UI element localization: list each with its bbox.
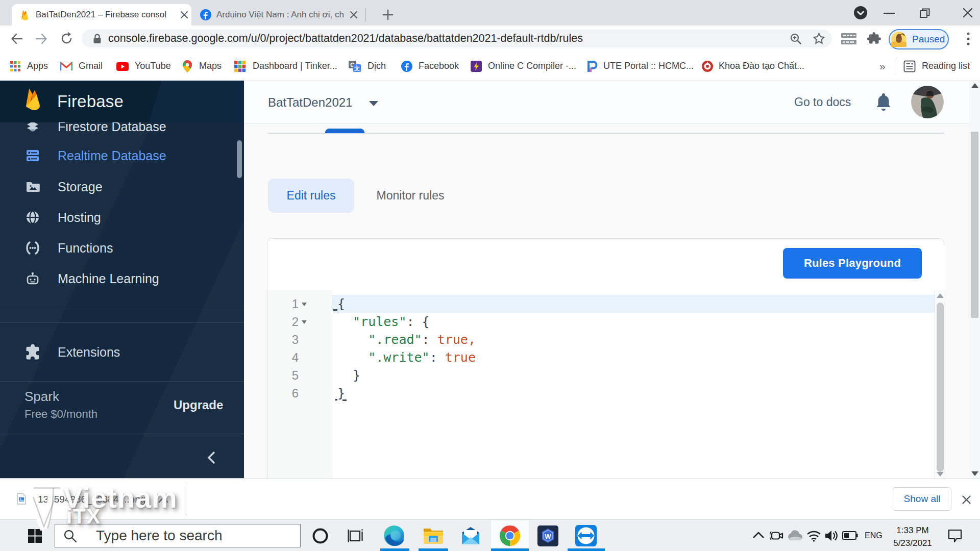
window-close-button[interactable] bbox=[962, 7, 973, 18]
sidebar-collapse-button[interactable] bbox=[206, 451, 218, 464]
tab-close-icon[interactable] bbox=[349, 10, 359, 20]
monitor-rules-tab[interactable]: Monitor rules bbox=[370, 179, 451, 213]
new-tab-button[interactable] bbox=[381, 8, 395, 22]
sidebar-item-machine-learning[interactable]: Machine Learning bbox=[0, 264, 234, 293]
notifications-bell-icon[interactable] bbox=[874, 92, 893, 112]
tab-search-button[interactable] bbox=[853, 6, 868, 20]
sidebar-item-functions[interactable]: Functions bbox=[0, 233, 234, 263]
edge-running-indicator bbox=[380, 548, 409, 551]
scroll-down-arrow-icon[interactable] bbox=[937, 472, 944, 477]
svg-text:文: 文 bbox=[354, 65, 360, 71]
storage-icon bbox=[26, 180, 40, 194]
profile-chip[interactable]: Paused bbox=[889, 29, 949, 49]
show-all-button[interactable]: Show all bbox=[893, 487, 951, 511]
page-scrollbar-thumb[interactable] bbox=[971, 132, 978, 318]
taskbar-search-box[interactable] bbox=[55, 524, 301, 547]
window-restore-button[interactable] bbox=[919, 8, 930, 19]
task-view-icon[interactable] bbox=[348, 529, 364, 544]
tab-arduino[interactable]: Arduino Việt Nam : Anh chị ơi, ch bbox=[195, 4, 364, 26]
language-indicator[interactable]: ENG bbox=[865, 531, 883, 540]
tinkercad-icon bbox=[234, 61, 246, 72]
fold-caret-icon[interactable] bbox=[301, 295, 307, 313]
project-name[interactable]: BatTatDen2021 bbox=[268, 81, 352, 124]
bookmarks-overflow-chevron[interactable]: » bbox=[879, 52, 886, 81]
sidebar-item-extensions[interactable]: Extensions bbox=[0, 337, 234, 367]
back-icon[interactable] bbox=[10, 32, 23, 45]
screen: BatTatDen2021 – Firebase consol Arduino … bbox=[0, 0, 980, 551]
reload-icon[interactable] bbox=[60, 32, 74, 45]
firebase-sidebar: Firestore Database Realtime Database bbox=[0, 81, 244, 478]
speaker-icon[interactable] bbox=[824, 529, 840, 542]
scroll-down-arrow-icon[interactable] bbox=[971, 471, 978, 476]
wps-office-icon[interactable]: W bbox=[537, 525, 558, 546]
tab-firebase[interactable]: BatTatDen2021 – Firebase consol bbox=[12, 4, 191, 26]
project-dropdown-caret-icon[interactable] bbox=[368, 101, 379, 107]
tab-title: BatTatDen2021 – Firebase consol bbox=[36, 4, 173, 26]
matching-bracket-mark bbox=[342, 399, 347, 401]
editor-scrollbar[interactable] bbox=[935, 290, 944, 479]
extensions-puzzle-icon[interactable] bbox=[867, 32, 881, 45]
sidebar-item-hosting[interactable]: Hosting bbox=[0, 203, 234, 232]
svg-text:W: W bbox=[545, 533, 551, 540]
edge-icon[interactable] bbox=[383, 525, 405, 546]
tab-separator bbox=[365, 8, 365, 21]
apps-grid-icon bbox=[10, 61, 20, 71]
code-line-2: "rules": { bbox=[337, 313, 430, 331]
khoa-emblem-icon bbox=[702, 61, 713, 72]
plan-name: Spark bbox=[24, 389, 59, 405]
url-text[interactable]: console.firebase.google.com/u/0/project/… bbox=[108, 30, 583, 47]
line-number: 6 bbox=[267, 384, 299, 402]
account-avatar[interactable] bbox=[911, 86, 944, 118]
scroll-up-arrow-icon[interactable] bbox=[937, 293, 944, 298]
extensions-label: Extensions bbox=[58, 337, 120, 367]
taskbar-search-input[interactable] bbox=[96, 524, 295, 547]
fold-caret-icon[interactable] bbox=[301, 313, 307, 331]
code-line-3: ".read": true, bbox=[337, 331, 476, 348]
sidebar-scrollbar-thumb[interactable] bbox=[237, 140, 242, 178]
edit-rules-tab[interactable]: Edit rules bbox=[268, 179, 354, 213]
editor-gutter: 1 2 3 4 5 6 bbox=[267, 290, 331, 479]
tray-expand-chevron-icon[interactable] bbox=[752, 531, 765, 539]
teamviewer-icon[interactable] bbox=[575, 525, 597, 546]
bookmark-star-icon[interactable] bbox=[813, 32, 825, 45]
start-button[interactable] bbox=[28, 529, 42, 543]
download-caret-icon[interactable] bbox=[158, 496, 168, 503]
sidebar-item-storage[interactable]: Storage bbox=[0, 172, 234, 202]
meet-now-icon[interactable] bbox=[770, 529, 785, 543]
lightning-icon bbox=[471, 61, 482, 72]
bookmarks-separator bbox=[895, 59, 895, 74]
cortana-icon[interactable] bbox=[312, 528, 329, 544]
rules-code-editor[interactable]: 1 2 3 4 5 6 { "rules": { ".read": true, … bbox=[267, 290, 944, 479]
active-line-highlight bbox=[332, 295, 935, 313]
forward-icon[interactable] bbox=[35, 32, 48, 45]
zoom-icon[interactable] bbox=[790, 33, 802, 45]
wifi-icon[interactable] bbox=[806, 530, 821, 542]
shelf-close-icon[interactable] bbox=[962, 495, 971, 505]
line-number: 5 bbox=[267, 366, 299, 384]
clock-date: 5/23/2021 bbox=[885, 537, 941, 549]
download-filename[interactable]: 138594986_29884....png bbox=[38, 479, 145, 520]
browser-menu-kebab-icon[interactable] bbox=[966, 31, 970, 46]
editor-scrollbar-thumb[interactable] bbox=[937, 303, 944, 472]
chrome-icon[interactable] bbox=[499, 525, 521, 546]
rules-playground-button[interactable]: Rules Playground bbox=[783, 248, 922, 279]
action-center-icon[interactable] bbox=[948, 529, 962, 543]
tab-close-icon[interactable] bbox=[179, 10, 189, 20]
profile-avatar bbox=[891, 32, 906, 47]
onedrive-cloud-icon[interactable] bbox=[788, 530, 803, 541]
battery-icon[interactable] bbox=[842, 531, 858, 540]
profile-paused-label: Paused bbox=[912, 30, 945, 48]
file-explorer-icon[interactable] bbox=[423, 525, 444, 546]
tab-list-extension-icon[interactable] bbox=[841, 32, 857, 45]
page-scrollbar[interactable] bbox=[969, 81, 980, 479]
taskbar-clock[interactable]: 1:33 PM 5/23/2021 bbox=[885, 524, 941, 549]
firebase-brand-label: Firebase bbox=[57, 81, 124, 122]
upgrade-button[interactable]: Upgrade bbox=[174, 398, 223, 412]
scroll-up-arrow-icon[interactable] bbox=[971, 83, 978, 88]
mail-icon[interactable] bbox=[460, 526, 481, 545]
go-to-docs-link[interactable]: Go to docs bbox=[794, 81, 851, 124]
windows-taskbar: W bbox=[0, 519, 980, 551]
window-minimize-button[interactable] bbox=[883, 12, 895, 14]
sidebar-item-realtime-database[interactable]: Realtime Database bbox=[0, 141, 234, 170]
search-icon bbox=[63, 529, 77, 543]
